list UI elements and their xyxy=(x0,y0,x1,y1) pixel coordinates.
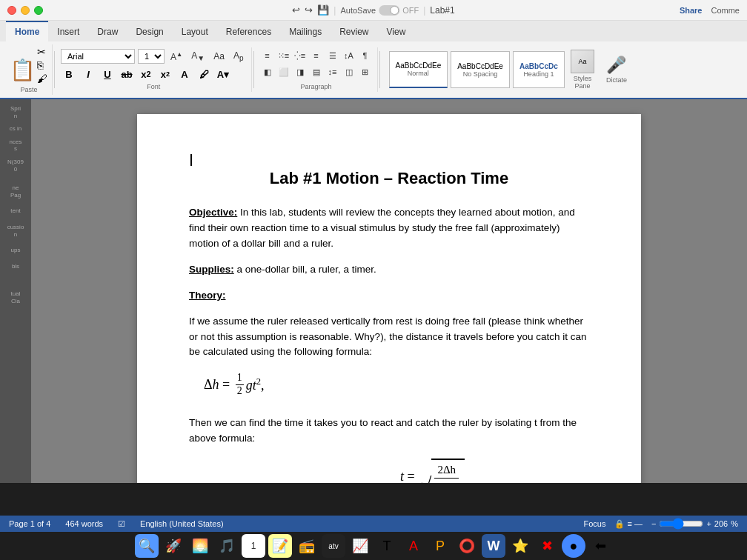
style-no-spacing[interactable]: AaBbCcDdEe No Spacing xyxy=(451,51,510,88)
italic-button[interactable]: I xyxy=(80,67,96,81)
dock-finder[interactable]: 🔍 xyxy=(135,534,159,558)
zoom-in-button[interactable]: + xyxy=(706,519,711,528)
save-icon[interactable]: 💾 xyxy=(317,4,329,16)
sidebar-item-2[interactable]: ncess xyxy=(0,136,31,156)
maximize-button[interactable] xyxy=(34,6,43,15)
proofing-icon[interactable]: ☑ xyxy=(118,519,125,529)
bullets-button[interactable]: ≡ xyxy=(260,49,275,62)
format-painter-icon[interactable]: 🖌 xyxy=(37,73,47,84)
subscript-button[interactable]: x2 xyxy=(138,67,154,81)
dock-back[interactable]: ⬅ xyxy=(588,534,612,558)
superscript-button[interactable]: x2 xyxy=(157,67,173,81)
zoom-out-button[interactable]: − xyxy=(651,519,656,528)
formula2-block: t = √ 2Δh g xyxy=(278,459,589,483)
redo-icon[interactable]: ↪ xyxy=(305,4,313,16)
para2: Then we can find the time it takes you t… xyxy=(189,416,589,447)
cut-icon[interactable]: ✂ xyxy=(37,46,47,58)
line-spacing-button[interactable]: ↕≡ xyxy=(325,65,340,79)
tab-insert[interactable]: Insert xyxy=(48,21,88,41)
clear-format-button[interactable]: Ap xyxy=(230,49,247,64)
font-family-select[interactable]: Arial xyxy=(61,49,135,64)
font-group: Arial 12 A▲ A▼ Aa Ap B I U ab x2 x2 xyxy=(56,47,252,92)
dock-excel[interactable]: T xyxy=(375,534,399,558)
shading-button[interactable]: ◫ xyxy=(342,65,356,79)
sidebar-item-6[interactable]: cussion xyxy=(0,221,31,241)
strikethrough-button[interactable]: ab xyxy=(119,67,135,81)
sidebar-item-5[interactable]: tent xyxy=(0,204,31,218)
dock-maps[interactable]: ⭕ xyxy=(455,534,479,558)
dock-close[interactable]: ✖ xyxy=(535,534,559,558)
dock-notes[interactable]: 📝 xyxy=(268,534,292,558)
tab-review[interactable]: Review xyxy=(331,21,377,41)
autosave-toggle[interactable] xyxy=(379,5,399,16)
undo-icon[interactable]: ↩ xyxy=(292,4,300,16)
dock-appletv[interactable]: atv xyxy=(322,534,345,558)
highlight-button[interactable]: 🖊 xyxy=(196,67,212,81)
tab-view[interactable]: View xyxy=(378,21,415,41)
dock-star[interactable]: ⭐ xyxy=(508,534,532,558)
dictate-button[interactable]: 🎤 Dictate xyxy=(603,53,630,87)
copy-icon[interactable]: ⎘ xyxy=(37,59,47,71)
dock-music[interactable]: 🎵 xyxy=(215,534,239,558)
font-group-label: Font xyxy=(147,83,160,90)
sidebar-item-3[interactable]: N(3090 xyxy=(0,156,31,176)
share-button[interactable]: Share xyxy=(680,6,703,15)
dock-photos[interactable]: 🌅 xyxy=(188,534,212,558)
multilevel-button[interactable]: ⁛≡ xyxy=(293,49,308,62)
sidebar-item-0[interactable]: Sprin xyxy=(0,102,31,122)
style-normal[interactable]: AaBbCcDdEe Normal xyxy=(389,51,448,88)
document-area[interactable]: Lab #1 Motion – Reaction Time Objective:… xyxy=(31,99,747,483)
language[interactable]: English (United States) xyxy=(140,519,224,528)
style-heading1[interactable]: AaBbCcDc Heading 1 xyxy=(513,51,565,88)
dock-launchpad[interactable]: 🚀 xyxy=(162,534,185,558)
tab-references[interactable]: References xyxy=(217,21,280,41)
paste-icon[interactable]: 📋 xyxy=(10,56,34,84)
zoom-value: 206 xyxy=(714,519,728,528)
align-left-button[interactable]: ≡ xyxy=(309,49,324,62)
pilcrow-button[interactable]: ¶ xyxy=(358,49,373,62)
styles-pane-button[interactable]: Aa StylesPane xyxy=(568,47,597,93)
border-button[interactable]: ⊞ xyxy=(358,65,373,79)
align-c-button[interactable]: ⬜ xyxy=(276,65,291,79)
sidebar-item-7[interactable]: ups xyxy=(0,244,31,257)
sidebar-item-1[interactable]: cs in xyxy=(0,122,31,136)
minimize-button[interactable] xyxy=(21,6,30,15)
aa-button[interactable]: Aa xyxy=(210,49,228,64)
comments-label[interactable]: Comme xyxy=(711,6,740,15)
tab-design[interactable]: Design xyxy=(127,21,172,41)
grow-font-button[interactable]: A▲ xyxy=(167,49,185,64)
dock-acrobat[interactable]: A xyxy=(402,534,425,558)
style-normal-text: AaBbCcDdEe xyxy=(396,61,442,70)
sidebar-item-8[interactable]: bls xyxy=(0,260,31,273)
tab-mailings[interactable]: Mailings xyxy=(280,21,331,41)
dock-blue[interactable]: ● xyxy=(562,534,585,558)
align-center-button[interactable]: ☰ xyxy=(325,49,340,62)
word-count: 464 words xyxy=(65,519,103,528)
bold-button[interactable]: B xyxy=(61,67,77,81)
sidebar-item-4[interactable]: nePag xyxy=(0,181,31,201)
font-size-select[interactable]: 12 xyxy=(138,49,165,64)
dock-word[interactable]: W xyxy=(482,534,505,558)
text-color-button[interactable]: A▾ xyxy=(215,67,231,81)
underline-button[interactable]: U xyxy=(99,67,116,81)
align-r-button[interactable]: ◨ xyxy=(293,65,308,79)
dock-stocks[interactable]: 📈 xyxy=(348,534,372,558)
font-color-button[interactable]: A xyxy=(176,67,193,81)
sort-button[interactable]: ↕A xyxy=(342,49,356,62)
justify-button[interactable]: ▤ xyxy=(309,65,324,79)
style-h1-text: AaBbCcDc xyxy=(519,62,558,70)
focus-label[interactable]: Focus xyxy=(583,519,605,528)
tab-draw[interactable]: Draw xyxy=(88,21,127,41)
shrink-font-button[interactable]: A▼ xyxy=(188,49,208,64)
dock-podcasts[interactable]: 📻 xyxy=(295,534,319,558)
zoom-slider[interactable] xyxy=(659,518,703,530)
numbering-button[interactable]: ⁙≡ xyxy=(276,49,291,62)
tab-home[interactable]: Home xyxy=(6,21,48,41)
tab-layout[interactable]: Layout xyxy=(173,21,217,41)
dock-calendar[interactable]: 1 xyxy=(242,534,265,558)
zoom-control: − + 206% xyxy=(651,518,738,530)
align-l-button[interactable]: ◧ xyxy=(260,65,275,79)
dock-powerpoint[interactable]: P xyxy=(428,534,452,558)
sidebar-item-9[interactable]: tualCla xyxy=(0,287,31,307)
close-button[interactable] xyxy=(7,6,16,15)
